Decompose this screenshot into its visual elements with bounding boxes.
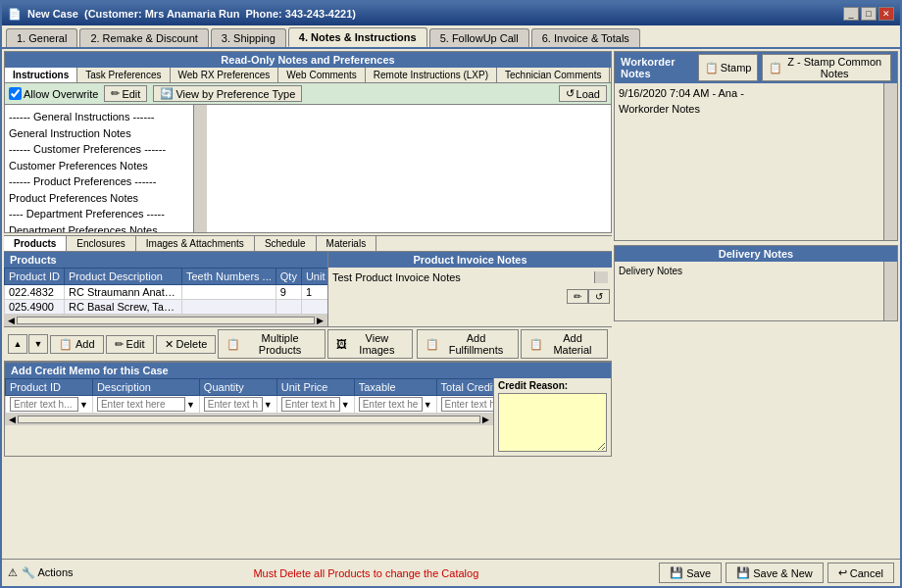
tab-shipping[interactable]: 3. Shipping [211, 28, 286, 47]
notes-line-8: Department Preferences Notes [9, 222, 189, 233]
add-button[interactable]: 📋 Add [50, 335, 104, 354]
notes-line-1: ------ General Instructions ------ [9, 109, 189, 125]
credit-input-taxable[interactable]: ▼ [354, 396, 436, 414]
credit-quantity-input[interactable] [204, 397, 263, 412]
add-material-button[interactable]: 📋 Add Material [521, 329, 608, 359]
table-row[interactable]: 022.4832 RC Straumann Anatomic A... 9 1 … [5, 285, 328, 300]
allow-overwrite-checkbox[interactable] [9, 87, 22, 100]
view-images-icon: 🖼 [336, 338, 347, 350]
notes-scrollbar[interactable] [193, 105, 207, 232]
cell-desc-2: RC Basal Screw, Tan... [64, 300, 181, 315]
tab-followup[interactable]: 5. FollowUp Call [429, 28, 529, 47]
edit-product-button[interactable]: ✏ Edit [106, 335, 154, 354]
credit-taxable-filter-icon[interactable]: ▼ [424, 400, 432, 410]
credit-qty-filter-icon[interactable]: ▼ [264, 400, 273, 410]
minimize-button[interactable]: _ [843, 7, 859, 21]
invoice-edit-button[interactable]: ✏ [567, 289, 588, 304]
workorder-notes-header-bar: Workorder Notes 📋 Stamp 📋 Z - Stamp Comm… [615, 52, 897, 83]
stamp-icon: 📋 [705, 62, 719, 74]
credit-input-row: ▼ ▼ [6, 396, 494, 414]
credit-memo-section: Add Credit Memo for this Case Product ID… [4, 362, 612, 457]
notes-tab-instructions[interactable]: Instructions [5, 68, 77, 82]
credit-scroll-left[interactable]: ◀ [9, 415, 16, 424]
notes-header: Read-Only Notes and Preferences [5, 52, 611, 68]
load-button[interactable]: ↺ Load [559, 85, 607, 102]
credit-scroll-right[interactable]: ▶ [482, 415, 489, 424]
status-left: ⚠ 🔧 Actions [8, 566, 74, 579]
notes-line-4: Customer Preferences Notes [9, 158, 189, 174]
credit-col-unit-price: Unit Price [276, 379, 354, 396]
edit-button[interactable]: ✏ Edit [104, 85, 147, 102]
bottom-area: Products Enclosures Images & Attachments… [4, 235, 612, 457]
products-tab-products[interactable]: Products [4, 236, 67, 251]
credit-col-total: Total Credits [436, 379, 493, 396]
add-icon: 📋 [59, 338, 73, 351]
credit-product-id-filter-icon[interactable]: ▼ [79, 400, 88, 410]
multiple-products-button[interactable]: 📋 Multiple Products [218, 329, 325, 359]
credit-reason-textarea[interactable] [498, 393, 607, 452]
products-tab-images[interactable]: Images & Attachments [136, 236, 255, 251]
status-bar: ⚠ 🔧 Actions Must Delete all Products to … [2, 559, 900, 586]
new-case-icon: 📄 [8, 8, 22, 21]
invoice-scrollbar[interactable] [594, 271, 608, 283]
credit-reason-area: Credit Reason: [493, 378, 611, 456]
close-button[interactable]: ✕ [878, 7, 894, 21]
allow-overwrite-checkbox-label[interactable]: Allow Overwrite [9, 87, 98, 100]
maximize-button[interactable]: □ [861, 7, 877, 21]
delivery-scrollbar[interactable] [883, 262, 897, 320]
stamp-button[interactable]: 📋 Stamp [698, 54, 759, 81]
credit-input-quantity[interactable]: ▼ [199, 396, 276, 414]
credit-input-product-id[interactable]: ▼ [6, 396, 93, 414]
col-qty: Qty [276, 269, 301, 285]
tab-notes-instructions[interactable]: 4. Notes & Instructions [288, 27, 427, 47]
nav-down-button[interactable]: ▼ [28, 334, 48, 354]
products-tab-enclosures[interactable]: Enclosures [67, 236, 135, 251]
view-icon: 🔄 [160, 87, 174, 100]
products-tab-schedule[interactable]: Schedule [255, 236, 317, 251]
stamp-common-button[interactable]: 📋 Z - Stamp Common Notes [762, 54, 891, 81]
stamp-common-icon: 📋 [769, 62, 782, 74]
view-by-preference-button[interactable]: 🔄 View by Preference Type [153, 85, 302, 102]
credit-taxable-input[interactable] [359, 397, 423, 412]
credit-input-total[interactable]: ▼ [436, 396, 493, 414]
tab-invoice-totals[interactable]: 6. Invoice & Totals [531, 28, 640, 47]
tab-general[interactable]: 1. General [6, 28, 77, 47]
save-new-button[interactable]: 💾 Save & New [726, 563, 824, 583]
workorder-scrollbar[interactable] [883, 83, 897, 240]
credit-reason-label: Credit Reason: [498, 380, 607, 391]
credit-input-description[interactable]: ▼ [92, 396, 199, 414]
table-row[interactable]: 025.4900 RC Basal Screw, Tan... $65.80 [5, 300, 328, 315]
horizontal-scroll-right[interactable]: ▶ [317, 316, 324, 325]
credit-description-input[interactable] [97, 397, 185, 412]
notes-tab-web-comments[interactable]: Web Comments [278, 68, 366, 82]
products-tab-materials[interactable]: Materials [317, 236, 377, 251]
credit-product-id-input[interactable] [10, 397, 78, 412]
workorder-notes-title: Workorder Notes [621, 56, 698, 79]
window-phone: Phone: 343-243-4221) [246, 8, 357, 20]
cancel-button[interactable]: ↩ Cancel [827, 563, 894, 583]
save-button[interactable]: 💾 Save [659, 563, 722, 583]
cell-unit-1: 1 [301, 285, 327, 300]
delivery-notes-content: Delivery Notes [615, 262, 883, 320]
view-images-button[interactable]: 🖼 View Images [327, 329, 413, 359]
nav-up-button[interactable]: ▲ [8, 334, 27, 354]
notes-tab-technician[interactable]: Technician Comments [497, 68, 610, 82]
credit-unit-price-input[interactable] [281, 397, 340, 412]
tab-remake-discount[interactable]: 2. Remake & Discount [79, 28, 208, 47]
notes-tab-remote[interactable]: Remote Instructions (LXP) [366, 68, 497, 82]
credit-desc-filter-icon[interactable]: ▼ [186, 400, 195, 410]
invoice-undo-button[interactable]: ↺ [588, 289, 610, 304]
credit-col-product-id: Product ID [6, 379, 93, 396]
credit-input-unit-price[interactable]: ▼ [276, 396, 354, 414]
window-customer: (Customer: Mrs Anamaria Run [84, 8, 240, 20]
add-fulfillments-button[interactable]: 📋 Add Fulfillments [417, 329, 519, 359]
notes-tab-task-prefs[interactable]: Task Preferences [77, 68, 170, 82]
delete-button[interactable]: ✕ Delete [156, 335, 217, 354]
notes-tab-web-rx[interactable]: Web RX Preferences [171, 68, 279, 82]
credit-price-filter-icon[interactable]: ▼ [341, 400, 350, 410]
horizontal-scroll-left[interactable]: ◀ [8, 316, 15, 325]
credit-total-input[interactable] [441, 397, 493, 412]
status-right-buttons: 💾 Save 💾 Save & New ↩ Cancel [659, 563, 894, 583]
actions-icon: 🔧 [22, 566, 35, 578]
actions-label[interactable]: 🔧 Actions [22, 566, 74, 579]
